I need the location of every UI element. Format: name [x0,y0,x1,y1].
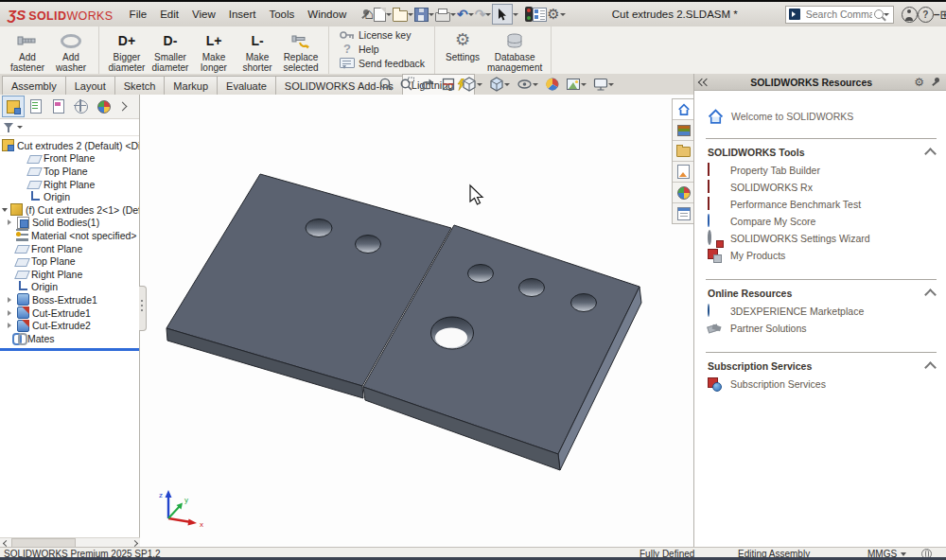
file-properties-button[interactable] [533,4,547,25]
panel-splitter-handle[interactable] [139,286,147,331]
rollback-bar[interactable] [0,348,139,351]
search-input[interactable] [804,8,874,21]
collapse-section-icon[interactable] [924,289,937,301]
property-tab-builder-link[interactable]: Property Tab Builder [694,162,946,179]
collapse-section-icon[interactable] [924,361,937,374]
hole-small[interactable] [571,294,597,312]
view-orientation-button[interactable] [460,76,485,93]
section-subscription-services[interactable]: Subscription Services [694,357,946,376]
zoom-to-area-button[interactable] [397,76,416,93]
options-button[interactable] [547,4,566,25]
settings-button[interactable]: Settings [441,29,484,62]
previous-view-button[interactable] [418,76,437,93]
bigger-diameter-button[interactable]: D+ Bigger diameter [105,29,149,73]
section-view-button[interactable] [439,76,458,93]
tree-item-top-plane-part[interactable]: Top Plane [0,254,139,268]
select-tool-button[interactable] [492,4,519,25]
collapsed-arrow-icon[interactable] [8,323,14,328]
tab-sketch[interactable]: Sketch [114,76,166,95]
home-button[interactable] [364,4,374,25]
tab-layout[interactable]: Layout [65,76,115,95]
database-management-button[interactable]: Database management [484,29,545,73]
add-fastener-button[interactable]: Add fastener [6,29,49,73]
tab-evaluate[interactable]: Evaluate [217,76,276,95]
new-document-button[interactable] [374,4,393,25]
hole-small[interactable] [519,279,545,297]
model-status-button[interactable] [525,4,533,25]
graphics-viewport[interactable]: z y x [140,95,693,547]
tree-item-origin-part[interactable]: Origin [0,281,139,294]
smaller-diameter-button[interactable]: D- Smaller diameter [149,29,192,73]
tab-markup[interactable]: Markup [164,76,218,95]
hole-small[interactable] [306,219,332,237]
tab-design-library[interactable] [673,120,694,141]
tab-file-explorer[interactable] [673,141,694,162]
tree-item-top-plane[interactable]: Top Plane [0,165,139,178]
apply-scene-button[interactable] [564,76,589,93]
menu-file[interactable]: File [123,5,154,24]
menu-tools[interactable]: Tools [262,5,301,24]
section-solidworks-tools[interactable]: SOLIDWORKS Tools [694,143,946,162]
tree-item-material[interactable]: Material <not specified> [0,229,139,242]
print-button[interactable] [435,4,457,25]
menu-edit[interactable]: Edit [153,5,185,24]
view-settings-button[interactable] [591,76,617,93]
search-commands-box[interactable] [785,6,894,24]
hole-small[interactable] [468,265,494,283]
menu-insert[interactable]: Insert [222,5,263,24]
collapsed-arrow-icon[interactable] [8,297,14,303]
make-shorter-button[interactable]: L- Make shorter [236,29,279,73]
tree-item-solid-bodies[interactable]: Solid Bodies(1) [0,217,139,230]
menu-view[interactable]: View [185,5,222,24]
tree-item-right-plane-part[interactable]: Right Plane [0,268,139,281]
minimize-button[interactable] [934,5,940,24]
tab-view-palette[interactable] [673,162,694,183]
restore-button[interactable] [939,5,946,24]
user-account-button[interactable] [902,5,918,24]
my-products-link[interactable]: My Products [694,247,946,264]
welcome-to-solidworks-link[interactable]: Welcome to SOLIDWORKS [694,104,946,129]
more-tabs-chevron-icon[interactable] [118,102,128,112]
taskpane-pin-icon[interactable] [930,77,941,88]
tab-custom-properties[interactable] [673,203,694,223]
tree-item-assembly-root[interactable]: Cut extrudes 2 (Default) <Display State [0,139,139,152]
help-button[interactable] [918,5,934,24]
tree-filter-bar[interactable] [0,119,139,136]
save-button[interactable] [414,4,435,25]
zoom-to-fit-button[interactable] [377,76,395,93]
tree-item-right-plane[interactable]: Right Plane [0,178,139,191]
tab-featuremanager-tree[interactable] [2,96,25,117]
tree-item-cut-extrude1[interactable]: Cut-Extrude1 [0,306,139,320]
tab-displaymanager[interactable] [93,96,115,117]
add-washer-button[interactable]: Add washer [49,29,93,73]
open-button[interactable] [393,4,414,25]
display-style-button[interactable] [487,76,513,93]
tab-dimxpertmanager[interactable] [70,96,93,117]
tab-configurationmanager[interactable] [47,96,70,117]
send-feedback-button[interactable]: Send feedback [335,56,429,70]
tree-item-cut-extrude2[interactable]: Cut-Extrude2 [0,319,139,332]
collapsed-arrow-icon[interactable] [8,219,14,225]
tab-appearances-scenes[interactable] [673,183,694,203]
menu-window[interactable]: Window [301,5,353,24]
subscription-services-link[interactable]: Subscription Services [694,376,946,393]
tab-propertymanager[interactable] [25,96,47,117]
hole-small[interactable] [356,236,381,254]
expanded-arrow-icon[interactable] [2,208,8,215]
solidworks-settings-wizard-link[interactable]: SOLIDWORKS Settings Wizard [694,230,946,247]
compare-my-score-link[interactable]: Compare My Score [694,213,946,230]
collapsed-arrow-icon[interactable] [8,310,14,316]
collapse-pane-icon[interactable] [699,79,709,86]
tree-item-mates[interactable]: Mates [0,332,139,345]
solidworks-rx-link[interactable]: SOLIDWORKS Rx [694,179,946,196]
license-key-button[interactable]: License key [335,27,414,42]
redo-button[interactable] [475,4,493,25]
model-canvas[interactable]: z y x [140,95,693,547]
section-online-resources[interactable]: Online Resources [694,284,946,303]
make-longer-button[interactable]: L+ Make longer [192,29,236,73]
collapse-section-icon[interactable] [924,148,937,160]
ribbon-help-button[interactable]: Help [335,42,383,56]
tree-item-boss-extrude1[interactable]: Boss-Extrude1 [0,293,139,306]
tree-item-origin[interactable]: Origin [0,190,139,203]
edit-appearance-button[interactable] [543,76,562,93]
